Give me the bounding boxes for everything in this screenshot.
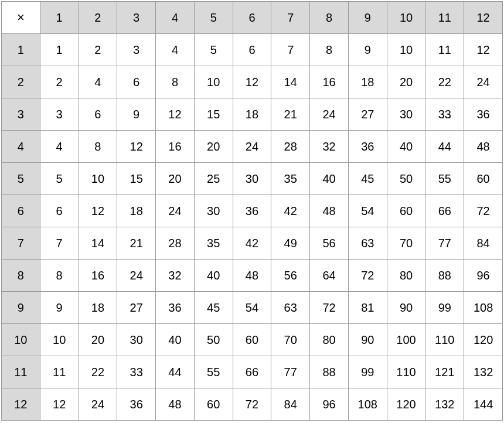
table-cell: 8 [156, 66, 195, 98]
table-cell: 72 [310, 292, 349, 324]
table-cell: 110 [425, 324, 464, 356]
table-row: 881624324048566472808896 [2, 260, 503, 292]
table-cell: 144 [464, 388, 503, 421]
table-cell: 21 [117, 227, 156, 260]
table-cell: 55 [425, 163, 464, 195]
table-cell: 55 [194, 356, 233, 388]
col-header: 12 [464, 2, 503, 34]
row-header: 3 [2, 98, 40, 131]
row-header: 1 [2, 34, 40, 66]
table-cell: 11 [425, 34, 464, 66]
table-cell: 90 [348, 324, 387, 356]
table-cell: 99 [348, 356, 387, 388]
table-cell: 12 [40, 388, 79, 421]
table-cell: 50 [387, 163, 425, 195]
row-header: 11 [2, 356, 40, 388]
col-header: 9 [348, 2, 387, 34]
table-cell: 48 [464, 131, 503, 163]
col-header: 6 [233, 2, 271, 34]
table-cell: 12 [156, 98, 195, 131]
table-cell: 96 [464, 260, 503, 292]
table-cell: 80 [387, 260, 425, 292]
table-cell: 88 [425, 260, 464, 292]
table-cell: 15 [194, 98, 233, 131]
col-header: 8 [310, 2, 349, 34]
table-cell: 108 [464, 292, 503, 324]
table-cell: 18 [233, 98, 271, 131]
table-cell: 20 [194, 131, 233, 163]
table-cell: 60 [233, 324, 271, 356]
table-cell: 2 [40, 66, 79, 98]
table-cell: 54 [233, 292, 271, 324]
table-cell: 33 [117, 356, 156, 388]
table-row: 10102030405060708090100110120 [2, 324, 503, 356]
table-cell: 48 [310, 195, 349, 227]
table-cell: 22 [79, 356, 117, 388]
table-cell: 12 [233, 66, 271, 98]
table-cell: 27 [117, 292, 156, 324]
table-cell: 6 [117, 66, 156, 98]
multiplication-table: × 1 2 3 4 5 6 7 8 9 10 11 12 11234567891… [1, 1, 503, 421]
col-header: 11 [425, 2, 464, 34]
table-cell: 8 [40, 260, 79, 292]
table-cell: 16 [79, 260, 117, 292]
table-row: 771421283542495663707784 [2, 227, 503, 260]
table-corner: × [2, 2, 40, 34]
table-cell: 10 [194, 66, 233, 98]
table-cell: 30 [387, 98, 425, 131]
table-cell: 44 [156, 356, 195, 388]
table-row: 224681012141618202224 [2, 66, 503, 98]
table-row: 1123456789101112 [2, 34, 503, 66]
table-cell: 70 [271, 324, 310, 356]
table-cell: 72 [464, 195, 503, 227]
table-cell: 60 [464, 163, 503, 195]
table-cell: 30 [117, 324, 156, 356]
table-cell: 11 [40, 356, 79, 388]
table-cell: 90 [387, 292, 425, 324]
table-cell: 121 [425, 356, 464, 388]
table-cell: 32 [156, 260, 195, 292]
table-cell: 77 [271, 356, 310, 388]
table-cell: 96 [310, 388, 349, 421]
table-cell: 40 [310, 163, 349, 195]
table-cell: 18 [117, 195, 156, 227]
table-cell: 20 [79, 324, 117, 356]
col-header: 1 [40, 2, 79, 34]
table-cell: 36 [464, 98, 503, 131]
table-cell: 56 [271, 260, 310, 292]
table-cell: 9 [117, 98, 156, 131]
row-header: 7 [2, 227, 40, 260]
table-cell: 15 [117, 163, 156, 195]
table-cell: 22 [425, 66, 464, 98]
table-cell: 28 [156, 227, 195, 260]
table-cell: 3 [40, 98, 79, 131]
table-cell: 12 [79, 195, 117, 227]
col-header: 7 [271, 2, 310, 34]
table-cell: 100 [387, 324, 425, 356]
table-cell: 6 [40, 195, 79, 227]
table-cell: 8 [79, 131, 117, 163]
row-header: 9 [2, 292, 40, 324]
table-cell: 3 [117, 34, 156, 66]
table-cell: 20 [387, 66, 425, 98]
table-cell: 70 [387, 227, 425, 260]
row-header: 5 [2, 163, 40, 195]
row-header: 10 [2, 324, 40, 356]
table-cell: 36 [348, 131, 387, 163]
table-cell: 108 [348, 388, 387, 421]
table-cell: 14 [271, 66, 310, 98]
table-cell: 24 [156, 195, 195, 227]
table-cell: 66 [233, 356, 271, 388]
table-cell: 132 [425, 388, 464, 421]
table-cell: 49 [271, 227, 310, 260]
table-cell: 60 [387, 195, 425, 227]
row-header: 8 [2, 260, 40, 292]
table-cell: 12 [117, 131, 156, 163]
table-cell: 32 [310, 131, 349, 163]
table-cell: 33 [425, 98, 464, 131]
table-cell: 14 [79, 227, 117, 260]
table-cell: 56 [310, 227, 349, 260]
table-row: 661218243036424854606672 [2, 195, 503, 227]
table-cell: 72 [233, 388, 271, 421]
table-cell: 21 [271, 98, 310, 131]
